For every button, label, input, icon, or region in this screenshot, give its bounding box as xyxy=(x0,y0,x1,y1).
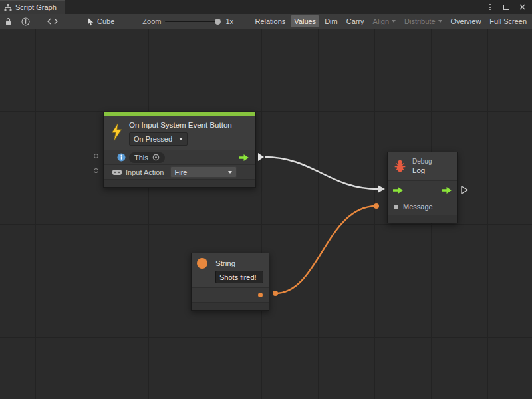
carry-label: Carry xyxy=(346,17,364,25)
chevron-down-icon xyxy=(179,138,183,140)
string-output-port[interactable] xyxy=(258,293,263,297)
node-footer xyxy=(388,215,457,223)
distribute-button[interactable]: Distribute xyxy=(401,15,445,27)
trigger-value: On Pressed xyxy=(134,135,172,143)
fullscreen-button[interactable]: Full Screen xyxy=(486,15,530,27)
graph-canvas[interactable]: On Input System Event Button On Pressed … xyxy=(0,29,532,399)
values-button[interactable]: Values xyxy=(291,15,319,27)
script-graph-window: Script Graph xyxy=(0,0,532,399)
message-input-port[interactable] xyxy=(394,205,398,209)
node-on-input-system-event-button[interactable]: On Input System Event Button On Pressed … xyxy=(103,112,256,188)
node-title: On Input System Event Button xyxy=(129,120,250,130)
zoom-slider-knob[interactable] xyxy=(215,19,221,25)
window-menu-button[interactable] xyxy=(485,2,495,13)
dim-label: Dim xyxy=(325,17,338,25)
target-object-label: Cube xyxy=(97,17,114,25)
toolbar-buttons: Relations Values Dim Carry Align Distrib… xyxy=(251,15,532,27)
this-row: This xyxy=(104,150,255,164)
input-action-input-port[interactable] xyxy=(94,168,98,173)
object-picker-icon[interactable] xyxy=(152,154,160,161)
node-title: String xyxy=(215,259,235,267)
string-type-icon xyxy=(197,258,207,269)
kebab-menu-icon xyxy=(489,3,491,11)
maximize-button[interactable] xyxy=(501,2,511,13)
flow-output-port[interactable] xyxy=(239,154,249,161)
info-icon[interactable] xyxy=(21,17,30,26)
distribute-label: Distribute xyxy=(404,17,435,25)
message-label: Message xyxy=(403,203,433,211)
chevron-down-icon xyxy=(438,20,442,23)
input-action-row: Input Action Fire xyxy=(104,164,255,179)
script-graph-icon xyxy=(4,4,12,11)
close-button[interactable] xyxy=(517,2,527,13)
relations-label: Relations xyxy=(255,17,285,25)
string-port-row xyxy=(192,287,269,302)
node-category: Debug xyxy=(412,158,432,166)
align-button[interactable]: Align xyxy=(370,15,399,27)
input-action-value: Fire xyxy=(175,168,188,176)
debug-node-header: Debug Log xyxy=(388,152,457,180)
event-node-header: On Input System Event Button On Pressed xyxy=(104,116,255,150)
pointer-icon xyxy=(87,17,94,26)
bug-icon xyxy=(393,159,407,174)
input-action-label: Input Action xyxy=(126,168,164,176)
string-connection[interactable] xyxy=(275,206,376,293)
this-object-field[interactable]: This xyxy=(129,152,165,163)
relations-button[interactable]: Relations xyxy=(251,15,289,27)
window-titlebar: Script Graph xyxy=(0,0,532,14)
code-view-icon[interactable] xyxy=(47,18,58,25)
string-connection-start-dot xyxy=(273,291,278,296)
tab-title: Script Graph xyxy=(15,3,57,11)
debug-flow-row xyxy=(388,180,457,199)
flow-connection[interactable] xyxy=(265,157,378,189)
debug-node-titles: Debug Log xyxy=(412,158,432,175)
node-title: Log xyxy=(412,166,432,175)
graph-toolbar: Cube Zoom 1x Relations Values Dim Carry … xyxy=(0,14,532,29)
input-action-icon xyxy=(112,169,122,176)
node-footer xyxy=(104,179,255,187)
maximize-icon xyxy=(503,5,509,10)
trigger-dropdown[interactable]: On Pressed xyxy=(129,132,188,146)
this-input-port[interactable] xyxy=(94,154,98,158)
flow-output-port[interactable] xyxy=(442,187,452,194)
flow-input-port[interactable] xyxy=(393,187,403,194)
zoom-control: Zoom 1x xyxy=(142,17,233,25)
window-controls xyxy=(485,0,532,14)
overview-label: Overview xyxy=(451,17,481,25)
debug-message-row: Message xyxy=(388,199,457,215)
info-badge-icon xyxy=(117,153,126,162)
node-debug-log[interactable]: Debug Log Message xyxy=(387,152,458,223)
tab-script-graph[interactable]: Script Graph xyxy=(0,0,65,14)
this-label: This xyxy=(134,154,148,162)
chevron-down-icon xyxy=(392,20,396,23)
graph-target[interactable]: Cube xyxy=(87,17,114,26)
lock-icon[interactable] xyxy=(5,17,12,26)
fullscreen-label: Full Screen xyxy=(489,17,527,25)
string-node-header: String xyxy=(192,253,269,287)
zoom-label: Zoom xyxy=(142,17,161,25)
connected-flow-output-port[interactable] xyxy=(258,153,264,161)
node-string-literal[interactable]: String xyxy=(191,253,269,311)
dim-button[interactable]: Dim xyxy=(321,15,341,27)
string-value-input[interactable] xyxy=(215,271,263,283)
close-icon xyxy=(519,4,525,10)
node-footer xyxy=(192,302,269,310)
zoom-value: 1x xyxy=(225,17,233,25)
overview-button[interactable]: Overview xyxy=(448,15,485,27)
zoom-slider[interactable] xyxy=(165,21,221,22)
carry-button[interactable]: Carry xyxy=(343,15,368,27)
chevron-down-icon xyxy=(228,171,232,174)
flow-continuation-port[interactable] xyxy=(461,186,468,194)
align-label: Align xyxy=(373,17,389,25)
lightning-icon xyxy=(110,123,124,141)
values-label: Values xyxy=(294,17,316,25)
flow-connection-arrowhead xyxy=(378,185,385,193)
string-connection-end-dot xyxy=(374,203,379,209)
input-action-dropdown[interactable]: Fire xyxy=(170,166,237,178)
